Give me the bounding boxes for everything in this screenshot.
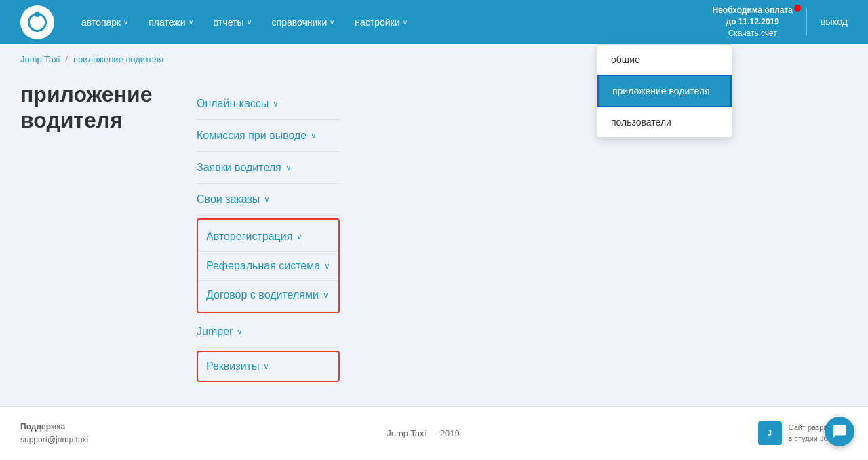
payment-line2: до 11.12.2019 [713,16,793,28]
settings-item-driver-requests[interactable]: Заявки водителя ∨ [197,152,340,184]
download-invoice-link[interactable]: Скачать счет [713,28,793,39]
settings-item-own-orders[interactable]: Свои заказы ∨ [197,184,340,216]
settings-item-online-kassы[interactable]: Онлайн-кассы ∨ [197,88,340,120]
footer: Поддержка support@jump.taxi Jump Taxi — … [0,406,868,460]
header-right: Необходима оплата до 11.12.2019 Скачать … [713,5,848,39]
main-nav: автопарк ∨ платежи ∨ отчеты ∨ справочник… [81,17,713,28]
breadcrumb-current: приложение водителя [73,54,163,64]
main-content: приложение водителя Онлайн-кассы ∨ Комис… [0,68,868,412]
payment-notice: Необходима оплата до 11.12.2019 Скачать … [713,5,793,39]
chevron-down-icon: ∨ [264,195,270,204]
support-label: Поддержка [20,421,88,434]
payment-line1: Необходима оплата [713,5,793,16]
alert-dot [794,5,801,12]
logo-icon [28,13,47,32]
breadcrumb-home[interactable]: Jump Taxi [20,54,60,64]
chevron-down-icon: ∨ [403,18,408,26]
breadcrumb: Jump Taxi / приложение водителя [0,44,868,68]
header: автопарк ∨ платежи ∨ отчеты ∨ справочник… [0,0,868,44]
settings-item-jumper[interactable]: Jumper ∨ [197,316,340,348]
settings-item-commission[interactable]: Комиссия при выводе ∨ [197,120,340,152]
footer-support: Поддержка support@jump.taxi [20,421,88,446]
highlighted-group-2: Реквизиты ∨ [197,351,340,382]
nav-item-handbooks[interactable]: справочники ∨ [272,17,335,28]
settings-dropdown: общие приложение водителя пользователи [597,44,732,138]
nav-item-reports[interactable]: отчеты ∨ [214,17,252,28]
settings-item-autoregistration[interactable]: Авторегистрация ∨ [198,223,338,252]
nav-item-autopark[interactable]: автопарк ∨ [81,17,128,28]
chevron-down-icon: ∨ [285,163,292,172]
settings-item-referral[interactable]: Реферальная система ∨ [198,252,338,281]
logout-button[interactable]: выход [821,16,848,27]
dropdown-item-users[interactable]: пользователи [597,107,732,137]
logo[interactable] [20,5,54,39]
dropdown-item-general[interactable]: общие [597,45,732,75]
chevron-down-icon: ∨ [330,18,334,26]
chevron-down-icon: ∨ [123,18,128,26]
chat-button[interactable] [825,417,854,446]
dropdown-item-driver-app[interactable]: приложение водителя [597,75,732,107]
nav-item-payments[interactable]: платежи ∨ [149,17,193,28]
footer-center: Jump Taxi — 2019 [387,428,459,438]
vertical-divider [806,8,807,35]
chat-icon [832,424,847,439]
chevron-down-icon: ∨ [296,232,302,242]
chevron-down-icon: ∨ [273,99,279,109]
page-title: приложение водителя [20,81,156,134]
chevron-down-icon: ∨ [311,131,317,140]
chevron-down-icon: ∨ [247,18,252,26]
settings-list: Онлайн-кассы ∨ Комиссия при выводе ∨ Зая… [197,81,340,385]
chevron-down-icon: ∨ [237,327,243,337]
footer-logo: J [758,421,782,445]
chevron-down-icon: ∨ [323,290,329,300]
settings-item-contract[interactable]: Договор с водителями ∨ [198,281,338,309]
highlighted-group-1: Авторегистрация ∨ Реферальная система ∨ … [197,218,340,313]
breadcrumb-separator: / [65,54,68,64]
settings-item-requisites[interactable]: Реквизиты ∨ [198,352,338,381]
chevron-down-icon: ∨ [189,18,193,26]
chevron-down-icon: ∨ [263,362,269,371]
chevron-down-icon: ∨ [324,261,330,271]
support-email[interactable]: support@jump.taxi [20,434,88,446]
nav-item-settings[interactable]: настройки ∨ [355,17,407,28]
